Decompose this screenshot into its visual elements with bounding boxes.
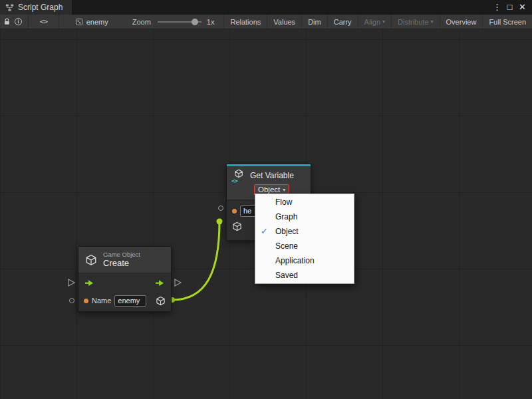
code-button[interactable]: <> xyxy=(38,15,49,29)
node-title: Create xyxy=(103,259,140,269)
carry-button[interactable]: Carry xyxy=(327,15,358,29)
align-label: Align xyxy=(364,18,380,26)
kebab-menu-icon[interactable]: ⋮ xyxy=(491,0,503,15)
connection-create-to-getvariable[interactable] xyxy=(170,219,223,303)
zoom-slider-thumb[interactable] xyxy=(192,19,198,25)
string-port-icon[interactable] xyxy=(232,209,237,213)
info-icon xyxy=(14,17,23,26)
window-controls: ⋮ □ ✕ xyxy=(491,0,532,15)
zoom-value: 1x xyxy=(207,18,215,26)
flow-port-row xyxy=(78,273,171,292)
scope-value: Object xyxy=(258,186,280,194)
zoom-slider[interactable] xyxy=(158,21,201,23)
gameobject-input-port-icon[interactable] xyxy=(232,221,242,231)
values-label: Values xyxy=(273,18,295,26)
close-icon[interactable]: ✕ xyxy=(517,0,528,15)
cube-icon xyxy=(85,254,97,266)
graph-name: enemy xyxy=(86,18,108,26)
full-screen-button[interactable]: Full Screen xyxy=(482,15,532,29)
flow-input-port[interactable] xyxy=(67,278,76,287)
flow-output-port[interactable] xyxy=(174,278,183,287)
toolbar-separator xyxy=(59,15,59,29)
maximize-icon[interactable]: □ xyxy=(504,0,515,15)
name-input-port[interactable] xyxy=(69,298,74,303)
menu-item-label: Scene xyxy=(275,241,298,251)
menu-item-graph[interactable]: Graph xyxy=(255,209,354,224)
name-input[interactable]: enemy xyxy=(114,295,146,307)
titlebar: Script Graph ⋮ □ ✕ xyxy=(0,0,532,15)
code-icon: <> xyxy=(40,17,47,26)
create-node-header[interactable]: Game Object Create xyxy=(78,247,171,273)
overview-label: Overview xyxy=(446,18,477,26)
lock-button[interactable] xyxy=(1,15,13,29)
distribute-button[interactable]: Distribute ▾ xyxy=(391,15,439,29)
name-param-row: Name enemy xyxy=(78,292,171,309)
chevron-down-icon: ▾ xyxy=(382,19,385,25)
relations-label: Relations xyxy=(230,18,261,26)
name-param-label: Name xyxy=(92,297,111,305)
gameobject-output-port-icon[interactable] xyxy=(156,296,166,306)
menu-item-flow[interactable]: Flow xyxy=(255,195,354,209)
string-port-icon[interactable] xyxy=(84,299,88,303)
menu-item-label: Flow xyxy=(275,198,292,207)
node-gameobject-create[interactable]: Game Object Create Name enemy xyxy=(78,246,172,312)
flow-out-arrow-icon[interactable] xyxy=(155,278,165,288)
menu-item-application[interactable]: Application xyxy=(255,253,354,268)
code-icon: <> xyxy=(231,178,237,184)
graph-breadcrumb[interactable]: enemy xyxy=(75,18,108,26)
graph-icon xyxy=(5,3,14,12)
variable-icon: <> xyxy=(232,169,245,182)
tab-label: Script Graph xyxy=(18,3,63,12)
chevron-down-icon: ▾ xyxy=(283,187,285,193)
menu-item-label: Application xyxy=(275,256,315,265)
graph-asset-icon xyxy=(75,18,83,26)
check-icon: ✓ xyxy=(261,224,268,239)
menu-item-object[interactable]: ✓ Object xyxy=(255,224,354,239)
full-screen-label: Full Screen xyxy=(489,18,526,26)
flow-in-arrow-icon[interactable] xyxy=(84,278,94,288)
lock-icon xyxy=(3,17,11,26)
menu-item-label: Object xyxy=(275,227,299,236)
menu-item-label: Saved xyxy=(275,271,298,280)
info-button[interactable] xyxy=(13,15,24,29)
tab-script-graph[interactable]: Script Graph xyxy=(0,0,72,15)
overview-button[interactable]: Overview xyxy=(440,15,483,29)
variable-kind-menu: Flow Graph ✓ Object Scene Application Sa… xyxy=(255,194,354,284)
dim-button[interactable]: Dim xyxy=(301,15,327,29)
menu-item-scene[interactable]: Scene xyxy=(255,239,354,253)
distribute-label: Distribute xyxy=(398,18,428,26)
values-button[interactable]: Values xyxy=(267,15,301,29)
zoom-label: Zoom xyxy=(132,18,151,26)
menu-item-saved[interactable]: Saved xyxy=(255,268,354,283)
toolbar-separator xyxy=(28,15,29,29)
graph-canvas[interactable]: Game Object Create Name enemy xyxy=(0,29,532,399)
connection-end-port[interactable] xyxy=(217,219,223,225)
align-button[interactable]: Align ▾ xyxy=(358,15,391,29)
relations-button[interactable]: Relations xyxy=(223,15,267,29)
variable-name-port[interactable] xyxy=(218,205,223,211)
node-title: Get Variable xyxy=(250,171,294,180)
carry-label: Carry xyxy=(334,18,352,26)
chevron-down-icon: ▾ xyxy=(431,19,434,25)
toolbar-buttons: Relations Values Dim Carry Align ▾ Distr… xyxy=(223,15,532,29)
graph-toolbar: <> enemy Zoom 1x Relations Values Dim Ca… xyxy=(0,15,532,29)
dim-label: Dim xyxy=(308,18,321,26)
menu-item-label: Graph xyxy=(275,212,297,221)
